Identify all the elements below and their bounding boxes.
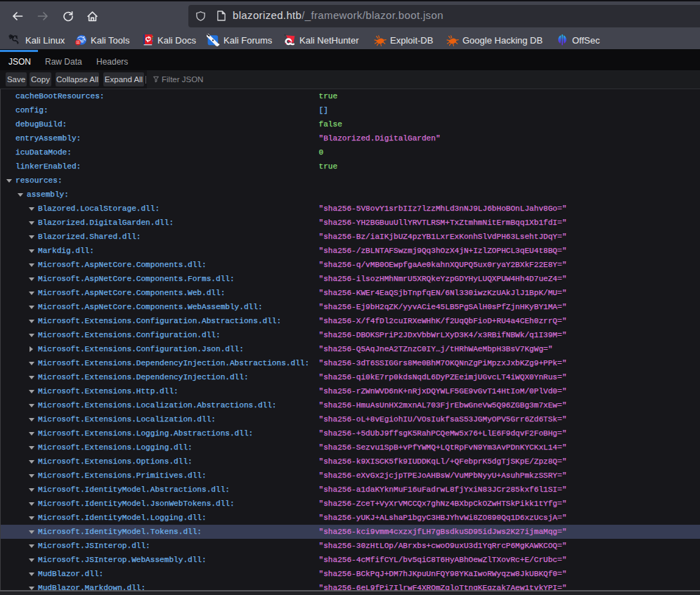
svg-text:11: 11 — [76, 41, 79, 44]
